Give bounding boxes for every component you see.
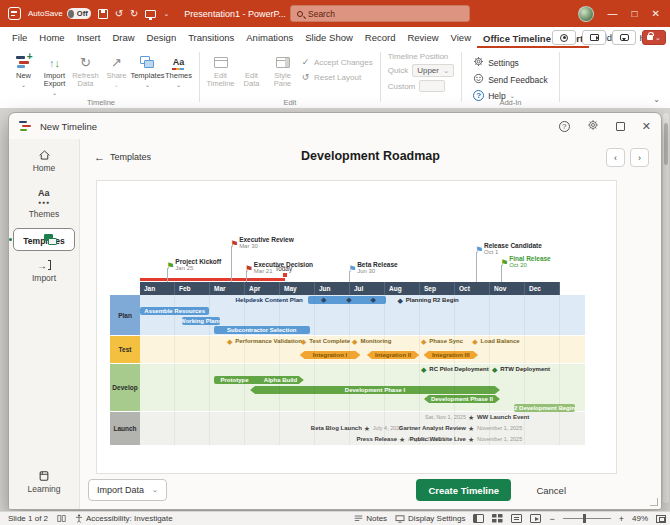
sidebar-item-learning[interactable]: Learning — [13, 464, 75, 499]
reset-layout-button: ↺Reset Layout — [300, 72, 373, 82]
lane-line: Press Release★August 1, 2025Public Websi… — [140, 434, 585, 445]
sidebar-item-templates[interactable]: Templates — [13, 228, 75, 251]
cancel-button[interactable]: Cancel — [536, 479, 566, 501]
zoom-level[interactable]: 49% — [632, 514, 648, 523]
autosave-toggle[interactable]: AutoSave Off — [28, 8, 91, 19]
lane-label-launch: Launch — [110, 412, 140, 445]
zoom-out-button[interactable]: − — [549, 514, 554, 524]
new-button[interactable]: +New⌄ — [8, 51, 39, 88]
display-settings-button[interactable]: Display Settings — [395, 514, 465, 523]
month-jul: Jul — [350, 282, 385, 295]
lane-line: Helpdesk Content Plan◆◆◆◆Planning R2 Beg… — [140, 295, 585, 306]
zoom-slider[interactable] — [563, 518, 611, 520]
zoom-in-button[interactable]: + — [619, 514, 624, 524]
comments-button[interactable] — [612, 30, 636, 45]
proofing-icon[interactable] — [57, 514, 66, 523]
milestone-test-complete: ◆Test Complete — [301, 337, 350, 346]
undo-icon[interactable]: ↺ — [115, 9, 123, 19]
lane-line: Subcontractor Selection — [140, 325, 585, 335]
diamond-icon: ◆ — [472, 337, 477, 346]
resize-handle[interactable] — [650, 498, 658, 506]
dialog-content: ←Templates Development Roadmap ‹ › JanFe… — [80, 139, 661, 509]
diamond-icon: ◆ — [352, 337, 357, 346]
ribbon: +New⌄↑↓ImportExport⌄↻RefreshData↗Share⌄T… — [0, 48, 670, 109]
lane-line: Development Phase I — [140, 385, 585, 394]
close-button[interactable]: ✕ — [652, 8, 660, 19]
import-data-button[interactable]: Import Data⌄ — [88, 479, 167, 501]
sidebar-item-import[interactable]: →Import — [13, 255, 75, 288]
tab-draw[interactable]: Draw — [106, 28, 140, 48]
star-icon: ★ — [468, 424, 474, 433]
separator — [461, 52, 462, 102]
tab-view[interactable]: View — [445, 28, 477, 48]
tab-file[interactable]: File — [6, 28, 33, 48]
dialog-help-icon[interactable]: ? — [559, 121, 570, 132]
timeline-axis: JanFebMarAprMayJunJulAugSepOctNovDec — [140, 282, 560, 295]
timeline-lanes: PlanHelpdesk Content Plan◆◆◆◆Planning R2… — [110, 295, 585, 445]
bar-integration-i: Integration I — [300, 351, 361, 359]
month-dec: Dec — [525, 282, 560, 295]
redo-icon[interactable]: ↻ — [130, 9, 138, 19]
send-feedback-button[interactable]: Send Feedback — [473, 73, 548, 86]
tab-home[interactable]: Home — [33, 28, 70, 48]
workspace: New Timeline ? ✕ HomeAa●●●ThemesTemplate… — [0, 109, 670, 511]
create-timeline-button[interactable]: Create Timeline — [416, 479, 511, 501]
save-icon[interactable] — [98, 9, 108, 19]
office-timeline-icon — [19, 121, 32, 132]
tab-review[interactable]: Review — [401, 28, 444, 48]
start-presentation-icon[interactable] — [145, 10, 156, 18]
template-preview[interactable]: JanFebMarAprMayJunJulAugSepOctNovDecToda… — [96, 180, 617, 474]
dialog-close-icon[interactable]: ✕ — [642, 120, 651, 133]
normal-view-button[interactable] — [473, 514, 484, 523]
star-icon: ★ — [399, 435, 405, 444]
dialog-footer: Import Data⌄ Create Timeline Cancel — [80, 473, 661, 509]
quick-access-chevron-icon[interactable]: ⌄ — [163, 10, 169, 18]
share-button[interactable]: ⌄ — [642, 30, 666, 45]
next-template-button[interactable]: › — [630, 148, 649, 167]
lane-line: Development Phase II — [140, 394, 585, 403]
tab-slide-show[interactable]: Slide Show — [299, 28, 359, 48]
tab-transitions[interactable]: Transitions — [182, 28, 240, 48]
slideshow-view-button[interactable] — [530, 514, 541, 523]
fit-slide-icon[interactable] — [656, 515, 666, 523]
tab-design[interactable]: Design — [141, 28, 183, 48]
tab-animations[interactable]: Animations — [240, 28, 299, 48]
document-title: Presentation1 - PowerP... — [184, 9, 285, 19]
notes-button[interactable]: Notes — [354, 514, 387, 523]
powerpoint-app-icon — [8, 7, 21, 20]
sidebar-item-themes[interactable]: Aa●●●Themes — [13, 182, 75, 224]
month-oct: Oct — [455, 282, 490, 295]
settings-button[interactable]: Settings — [473, 56, 548, 69]
search-input[interactable]: Search — [290, 5, 470, 22]
templates-button[interactable]: Templates⌄ — [132, 51, 163, 88]
themes-button[interactable]: AaThemes⌄ — [163, 51, 194, 88]
diamond-icon: ◆ — [492, 365, 497, 374]
vertical-scrollbar[interactable] — [663, 113, 669, 503]
star-icon: ★ — [364, 424, 370, 433]
maximize-button[interactable]: □ — [632, 8, 638, 19]
milestone-rtw-deployment: ◆RTW Deployment — [492, 365, 550, 374]
user-avatar[interactable] — [578, 6, 594, 22]
lane-line: Assemble Resources — [140, 306, 585, 316]
accessibility-checker[interactable]: Accessibility: Investigate — [75, 514, 173, 523]
camera-button[interactable] — [582, 30, 606, 45]
tab-record[interactable]: Record — [359, 28, 402, 48]
tab-insert[interactable]: Insert — [71, 28, 107, 48]
sidebar-item-home[interactable]: Home — [13, 143, 75, 178]
import-export-button[interactable]: ↑↓ImportExport⌄ — [39, 51, 70, 96]
dialog-maximize-icon[interactable] — [616, 122, 625, 131]
reading-view-button[interactable] — [511, 514, 522, 523]
record-button[interactable] — [552, 30, 576, 45]
dialog-settings-icon[interactable] — [587, 117, 599, 135]
slide-sorter-view-button[interactable] — [492, 514, 503, 523]
month-feb: Feb — [175, 282, 210, 295]
milestone-phase-sync: ◆Phase Sync — [421, 337, 463, 346]
new-timeline-dialog: New Timeline ? ✕ HomeAa●●●ThemesTemplate… — [8, 112, 662, 510]
previous-template-button[interactable]: ‹ — [606, 148, 625, 167]
dialog-sidebar: HomeAa●●●ThemesTemplates→ImportLearning — [9, 139, 80, 509]
zoom-slider-thumb[interactable] — [583, 514, 586, 523]
minimize-button[interactable]: — — [608, 8, 618, 19]
collapse-ribbon-icon[interactable]: ⌄ — [653, 95, 660, 104]
separator — [380, 52, 381, 102]
flag-icon: ⚑ — [245, 265, 253, 273]
